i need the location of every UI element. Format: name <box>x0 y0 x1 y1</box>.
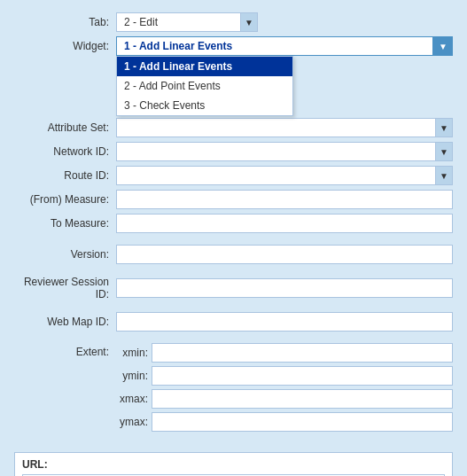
attribute-set-input[interactable] <box>116 118 453 137</box>
xmin-row: xmin: <box>116 343 453 363</box>
dropdown-item-1[interactable]: 1 - Add Linear Events <box>117 57 292 76</box>
url-label: URL: <box>22 458 445 471</box>
reviewer-session-row: Reviewer Session ID: <box>14 276 453 300</box>
network-id-label: Network ID: <box>14 145 116 158</box>
tab-row: Tab: 2 - Edit ▼ <box>14 12 453 32</box>
ymin-row: ymin: <box>116 366 453 386</box>
to-measure-row: To Measure: <box>14 214 453 233</box>
dropdown-item-2[interactable]: 2 - Add Point Events <box>117 76 292 96</box>
widget-row: Widget: 1 - Add Linear Events ▼ 1 - Add … <box>14 36 453 56</box>
to-measure-label: To Measure: <box>14 217 116 230</box>
route-id-row: Route ID: ▼ <box>14 166 453 185</box>
ymax-input[interactable] <box>152 412 453 432</box>
extent-row: Extent: xmin: ymin: xmax: ymax: <box>14 343 453 435</box>
tab-dropdown-arrow[interactable]: ▼ <box>240 12 258 32</box>
ymax-label: ymax: <box>116 416 152 428</box>
widget-label: Widget: <box>14 40 116 52</box>
network-id-select-wrapper: ▼ <box>116 142 453 161</box>
widget-select-display[interactable]: 1 - Add Linear Events <box>116 36 433 56</box>
route-id-label: Route ID: <box>14 169 116 182</box>
main-container: Tab: 2 - Edit ▼ Widget: 1 - Add Linear E… <box>0 0 467 476</box>
tab-select-display[interactable]: 2 - Edit <box>116 12 258 32</box>
xmin-input[interactable] <box>152 343 453 363</box>
ymin-label: ymin: <box>116 370 152 382</box>
attribute-set-select-wrapper: ▼ <box>116 118 453 137</box>
network-id-row: Network ID: ▼ <box>14 142 453 161</box>
web-map-id-label: Web Map ID: <box>14 316 116 328</box>
extent-group: xmin: ymin: xmax: ymax: <box>116 343 453 435</box>
reviewer-session-input[interactable] <box>116 278 453 298</box>
ymin-input[interactable] <box>152 366 453 386</box>
xmax-label: xmax: <box>116 393 152 405</box>
network-id-arrow[interactable]: ▼ <box>435 142 453 161</box>
reviewer-session-label: Reviewer Session ID: <box>14 276 116 300</box>
to-measure-input[interactable] <box>116 214 453 233</box>
web-map-id-input[interactable] <box>116 312 453 332</box>
attribute-set-arrow[interactable]: ▼ <box>435 118 453 137</box>
dropdown-item-3[interactable]: 3 - Check Events <box>117 96 292 115</box>
xmax-input[interactable] <box>152 389 453 409</box>
tab-select-wrapper: 2 - Edit ▼ <box>116 12 258 32</box>
network-id-input[interactable] <box>116 142 453 161</box>
form-section: Tab: 2 - Edit ▼ Widget: 1 - Add Linear E… <box>7 7 460 445</box>
route-id-select-wrapper: ▼ <box>116 166 453 185</box>
attribute-set-label: Attribute Set: <box>14 121 116 134</box>
version-row: Version: <box>14 245 453 264</box>
ymax-row: ymax: <box>116 412 453 432</box>
route-id-arrow[interactable]: ▼ <box>435 166 453 185</box>
tab-label: Tab: <box>14 16 116 28</box>
from-measure-label: (From) Measure: <box>14 193 116 206</box>
url-section: URL: <box>14 452 453 476</box>
version-label: Version: <box>14 248 116 261</box>
xmax-row: xmax: <box>116 389 453 409</box>
xmin-label: xmin: <box>116 347 152 359</box>
widget-dropdown-menu: 1 - Add Linear Events 2 - Add Point Even… <box>116 56 293 116</box>
version-input[interactable] <box>116 245 453 264</box>
from-measure-input[interactable] <box>116 190 453 209</box>
attribute-set-row: Attribute Set: ▼ <box>14 118 453 137</box>
widget-select-wrapper: 1 - Add Linear Events ▼ 1 - Add Linear E… <box>116 36 453 56</box>
extent-label: Extent: <box>14 346 116 358</box>
route-id-input[interactable] <box>116 166 453 185</box>
widget-dropdown-arrow[interactable]: ▼ <box>433 36 453 56</box>
web-map-id-row: Web Map ID: <box>14 312 453 332</box>
from-measure-row: (From) Measure: <box>14 190 453 209</box>
